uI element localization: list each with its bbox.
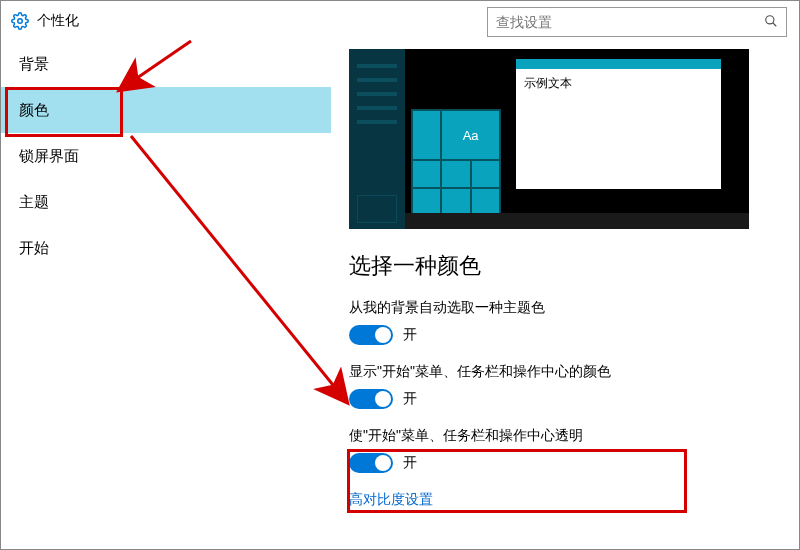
svg-point-1 bbox=[766, 15, 774, 23]
toggle-state-label: 开 bbox=[403, 390, 417, 408]
sidebar-item-label: 颜色 bbox=[19, 101, 49, 118]
sidebar-item-label: 背景 bbox=[19, 55, 49, 72]
preview-sample-text: 示例文本 bbox=[524, 76, 572, 90]
toggle-state-label: 开 bbox=[403, 454, 417, 472]
setting-label: 使"开始"菜单、任务栏和操作中心透明 bbox=[349, 427, 799, 445]
preview-window: 示例文本 bbox=[516, 59, 721, 189]
toggle-transparency[interactable] bbox=[349, 453, 393, 473]
sidebar-item-label: 主题 bbox=[19, 193, 49, 210]
sidebar-item-lockscreen[interactable]: 锁屏界面 bbox=[1, 133, 331, 179]
toggle-state-label: 开 bbox=[403, 326, 417, 344]
sidebar-item-theme[interactable]: 主题 bbox=[1, 179, 331, 225]
content-pane: Aa 示例文本 选择一种颜色 从我的背景自动选取一种主题色 开 显示"开始"菜单… bbox=[331, 41, 799, 549]
preview-tile-label: Aa bbox=[441, 110, 500, 160]
sidebar-item-start[interactable]: 开始 bbox=[1, 225, 331, 271]
setting-auto-accent: 从我的背景自动选取一种主题色 开 bbox=[349, 299, 799, 345]
search-box[interactable] bbox=[487, 7, 787, 37]
sidebar-item-label: 开始 bbox=[19, 239, 49, 256]
sidebar-item-color[interactable]: 颜色 bbox=[1, 87, 331, 133]
setting-show-color: 显示"开始"菜单、任务栏和操作中心的颜色 开 bbox=[349, 363, 799, 409]
search-icon bbox=[764, 14, 778, 31]
setting-label: 从我的背景自动选取一种主题色 bbox=[349, 299, 799, 317]
sidebar-item-background[interactable]: 背景 bbox=[1, 41, 331, 87]
svg-line-2 bbox=[773, 22, 777, 26]
setting-transparency: 使"开始"菜单、任务栏和操作中心透明 开 bbox=[349, 427, 799, 473]
toggle-show-color[interactable] bbox=[349, 389, 393, 409]
high-contrast-link[interactable]: 高对比度设置 bbox=[349, 491, 799, 509]
color-preview: Aa 示例文本 bbox=[349, 49, 749, 229]
page-title: 个性化 bbox=[37, 12, 79, 30]
gear-icon bbox=[11, 12, 29, 30]
search-input[interactable] bbox=[496, 14, 764, 30]
section-title: 选择一种颜色 bbox=[349, 251, 799, 281]
svg-point-0 bbox=[18, 19, 23, 24]
sidebar-item-label: 锁屏界面 bbox=[19, 147, 79, 164]
toggle-auto-accent[interactable] bbox=[349, 325, 393, 345]
setting-label: 显示"开始"菜单、任务栏和操作中心的颜色 bbox=[349, 363, 799, 381]
sidebar: 背景 颜色 锁屏界面 主题 开始 bbox=[1, 41, 331, 549]
